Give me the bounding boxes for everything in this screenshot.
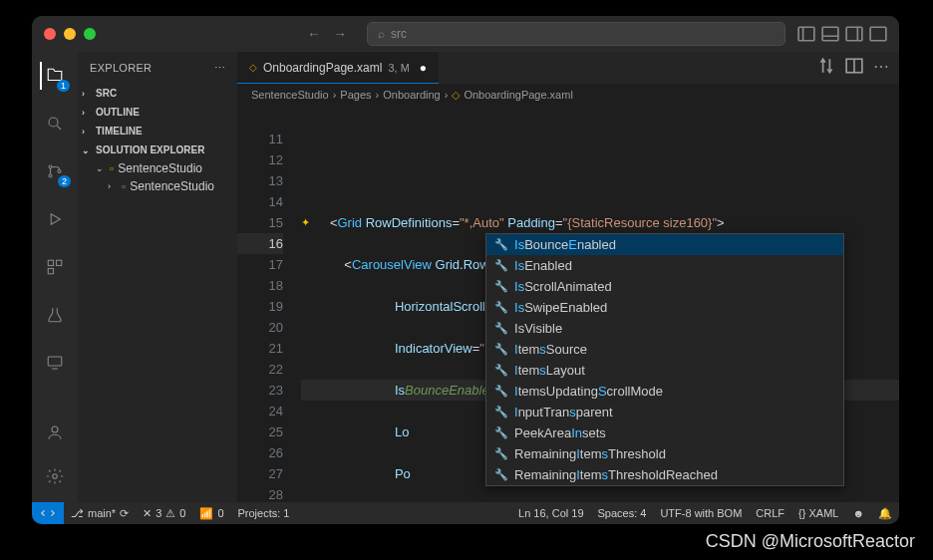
extensions-icon[interactable] [41, 253, 69, 281]
svg-marker-12 [51, 214, 60, 225]
tab-label: OnboardingPage.xaml [263, 61, 382, 75]
svg-line-8 [57, 126, 61, 130]
svg-rect-2 [822, 27, 838, 41]
explorer-icon[interactable]: 1 [40, 62, 68, 90]
svg-rect-14 [57, 260, 62, 265]
layout-controls [797, 25, 887, 43]
maximize-button[interactable] [84, 28, 96, 40]
svg-point-7 [49, 118, 58, 127]
more-actions-icon[interactable]: ⋯ [873, 57, 889, 79]
tree-item[interactable]: ⌄▫SentenceStudio [78, 159, 237, 177]
ac-item[interactable]: 🔧IsScrollAnimated [486, 276, 843, 297]
scm-icon[interactable]: 2 [41, 157, 69, 185]
more-icon[interactable]: ⋯ [214, 62, 225, 75]
forward-button[interactable]: → [329, 23, 351, 45]
autocomplete[interactable]: 🔧IsBounceEnabled🔧IsEnabled🔧IsScrollAnima… [485, 233, 844, 486]
svg-point-18 [52, 426, 58, 432]
editor: ◇ OnboardingPage.xaml 3, M ● ⋯ SentenceS… [237, 52, 899, 502]
split-icon[interactable] [845, 57, 863, 79]
panel-left-icon[interactable] [797, 25, 815, 43]
ports-button[interactable]: 📶 0 [192, 507, 230, 520]
compare-icon[interactable] [817, 57, 835, 79]
cursor-pos[interactable]: Ln 16, Col 19 [511, 507, 590, 520]
ac-item[interactable]: 🔧IsSwipeEnabled [486, 297, 843, 318]
svg-rect-0 [798, 27, 814, 41]
section-solution[interactable]: ⌄SOLUTION EXPLORER [78, 140, 237, 159]
titlebar: ← → ⌕ src [32, 16, 899, 52]
nav-buttons: ← → [303, 23, 351, 45]
statusbar: ⎇ main* ⟳ ✕ 3 ⚠ 0 📶 0 Projects: 1 Ln 16,… [32, 502, 899, 524]
ac-item[interactable]: 🔧IsVisible [486, 318, 843, 339]
tab-bar: ◇ OnboardingPage.xaml 3, M ● ⋯ [237, 52, 899, 84]
ac-item[interactable]: 🔧IsBounceEnabled [486, 234, 843, 255]
gutter: 111213141516171819202122232425262728 [237, 106, 301, 502]
source[interactable]: <Grid RowDefinitions="*,Auto" Padding="{… [301, 106, 899, 502]
search-icon[interactable] [41, 110, 69, 138]
svg-rect-6 [870, 27, 886, 41]
body: 1 2 EXPLORER ⋯ ›SRC ›OUTLINE ›TIMELINE ⌄… [32, 52, 899, 502]
ac-item[interactable]: 🔧InputTransparent [486, 402, 843, 422]
ac-item[interactable]: 🔧RemainingItemsThreshold [486, 443, 843, 464]
section-src[interactable]: ›SRC [78, 84, 237, 103]
ac-item[interactable]: 🔧PeekAreaInsets [486, 422, 843, 443]
settings-icon[interactable] [41, 462, 69, 490]
close-button[interactable] [44, 28, 56, 40]
eol[interactable]: CRLF [749, 507, 791, 520]
sidebar-title: EXPLORER [90, 62, 152, 74]
remote-explorer-icon[interactable] [41, 349, 69, 377]
spaces[interactable]: Spaces: 4 [591, 507, 654, 520]
encoding[interactable]: UTF-8 with BOM [653, 507, 749, 520]
breadcrumb[interactable]: SentenceStudio› Pages› Onboarding› ◇Onbo… [237, 84, 899, 106]
back-button[interactable]: ← [303, 23, 325, 45]
minimize-button[interactable] [64, 28, 76, 40]
svg-rect-13 [48, 260, 53, 265]
panel-right-icon[interactable] [845, 25, 863, 43]
sidebar-header: EXPLORER ⋯ [78, 52, 237, 84]
problems-button[interactable]: ✕ 3 ⚠ 0 [136, 507, 192, 520]
ac-item[interactable]: 🔧ItemsSource [486, 339, 843, 360]
projects-button[interactable]: Projects: 1 [231, 507, 297, 519]
svg-point-19 [53, 474, 58, 479]
bell-icon[interactable]: 🔔 [871, 507, 899, 520]
section-outline[interactable]: ›OUTLINE [78, 103, 237, 122]
explorer-badge: 1 [57, 80, 70, 92]
panel-bottom-icon[interactable] [821, 25, 839, 43]
tab-onboarding[interactable]: ◇ OnboardingPage.xaml 3, M ● [237, 52, 439, 84]
remote-button[interactable] [32, 502, 64, 524]
ac-item[interactable]: 🔧RemainingItemsThresholdReached [486, 464, 843, 485]
debug-icon[interactable] [41, 205, 69, 233]
ac-item[interactable]: 🔧ItemsUpdatingScrollMode [486, 381, 843, 402]
activity-bar: 1 2 [32, 52, 78, 502]
account-icon[interactable] [41, 419, 69, 446]
code-editor[interactable]: 111213141516171819202122232425262728 ✦ <… [237, 106, 899, 502]
language[interactable]: {} XAML [791, 507, 845, 520]
svg-rect-15 [48, 269, 53, 274]
search-text: src [391, 27, 407, 41]
ac-item[interactable]: 🔧ItemsLayout [486, 360, 843, 381]
ac-item[interactable]: 🔧IsEnabled [486, 255, 843, 276]
scm-badge: 2 [58, 175, 71, 187]
command-center[interactable]: ⌕ src [367, 22, 785, 46]
svg-point-10 [49, 174, 52, 177]
feedback-icon[interactable]: ☻ [845, 507, 871, 520]
traffic-lights [44, 28, 96, 40]
vscode-window: ← → ⌕ src 1 2 [32, 16, 899, 524]
search-icon: ⌕ [378, 27, 385, 41]
svg-point-9 [49, 165, 52, 168]
tree-item[interactable]: ›▫SentenceStudio [78, 177, 237, 195]
svg-rect-4 [846, 27, 862, 41]
svg-point-11 [58, 170, 61, 173]
watermark: CSDN @MicrosoftReactor [706, 531, 915, 552]
testing-icon[interactable] [41, 301, 69, 329]
customize-layout-icon[interactable] [869, 25, 887, 43]
svg-rect-16 [48, 357, 62, 366]
tab-dirty-dot: ● [420, 61, 427, 75]
xaml-file-icon: ◇ [249, 62, 257, 73]
section-timeline[interactable]: ›TIMELINE [78, 122, 237, 140]
tab-modified: 3, M [388, 62, 409, 74]
branch-button[interactable]: ⎇ main* ⟳ [64, 507, 136, 520]
sidebar: EXPLORER ⋯ ›SRC ›OUTLINE ›TIMELINE ⌄SOLU… [78, 52, 237, 502]
